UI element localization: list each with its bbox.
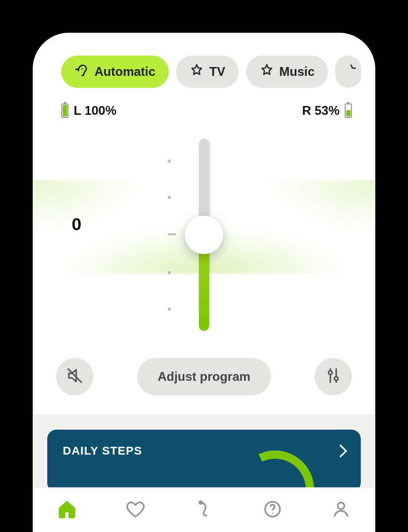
svg-point-8 xyxy=(272,512,274,514)
adjust-program-label: Adjust program xyxy=(158,369,251,384)
program-label: Music xyxy=(279,64,315,79)
svg-point-9 xyxy=(338,502,345,509)
star-icon xyxy=(260,63,274,81)
sliders-icon xyxy=(324,367,342,387)
bottom-nav xyxy=(33,487,375,532)
slider-ticks xyxy=(168,139,178,331)
star-icon xyxy=(189,63,204,81)
ear-icon xyxy=(75,63,89,81)
nav-devices[interactable] xyxy=(193,499,215,522)
nav-health[interactable] xyxy=(124,499,147,522)
program-tv[interactable]: TV xyxy=(176,56,239,88)
profile-icon xyxy=(331,499,351,521)
heart-icon xyxy=(126,499,145,521)
volume-slider[interactable] xyxy=(199,139,209,331)
svg-point-5 xyxy=(334,377,338,380)
battery-left-label: L 100% xyxy=(74,103,116,118)
equalizer-button[interactable] xyxy=(315,358,352,395)
progress-arc xyxy=(225,440,325,487)
nav-profile[interactable] xyxy=(330,499,352,522)
card-title: DAILY STEPS xyxy=(63,444,142,458)
battery-icon xyxy=(345,103,352,118)
svg-point-4 xyxy=(329,371,332,375)
battery-left: L 100% xyxy=(61,103,116,118)
help-icon xyxy=(263,499,282,521)
chevron-right-icon xyxy=(334,444,347,457)
star-icon xyxy=(344,63,358,81)
program-more[interactable] xyxy=(335,56,361,88)
mute-button[interactable] xyxy=(56,358,93,395)
battery-row: L 100% R 53% xyxy=(33,88,375,118)
adjust-program-button[interactable]: Adjust program xyxy=(137,358,271,395)
battery-right: R 53% xyxy=(302,103,352,118)
battery-icon xyxy=(61,103,69,118)
program-label: TV xyxy=(209,64,225,79)
program-music[interactable]: Music xyxy=(246,56,328,88)
mute-icon xyxy=(66,367,84,387)
volume-value: 0 xyxy=(72,214,81,234)
nav-home[interactable] xyxy=(56,499,78,522)
volume-slider-area: 0 xyxy=(33,134,375,352)
battery-right-label: R 53% xyxy=(302,103,339,118)
action-row: Adjust program xyxy=(33,352,375,395)
nav-help[interactable] xyxy=(261,499,284,522)
program-automatic[interactable]: Automatic xyxy=(61,56,169,88)
daily-steps-card[interactable]: DAILY STEPS xyxy=(47,430,361,487)
home-icon xyxy=(57,499,77,521)
program-label: Automatic xyxy=(94,64,155,79)
hearing-aid-icon xyxy=(194,499,214,521)
program-chips: Automatic TV Music xyxy=(33,33,375,88)
card-section: DAILY STEPS xyxy=(33,414,375,487)
slider-thumb[interactable] xyxy=(185,216,223,254)
svg-point-0 xyxy=(81,69,83,70)
